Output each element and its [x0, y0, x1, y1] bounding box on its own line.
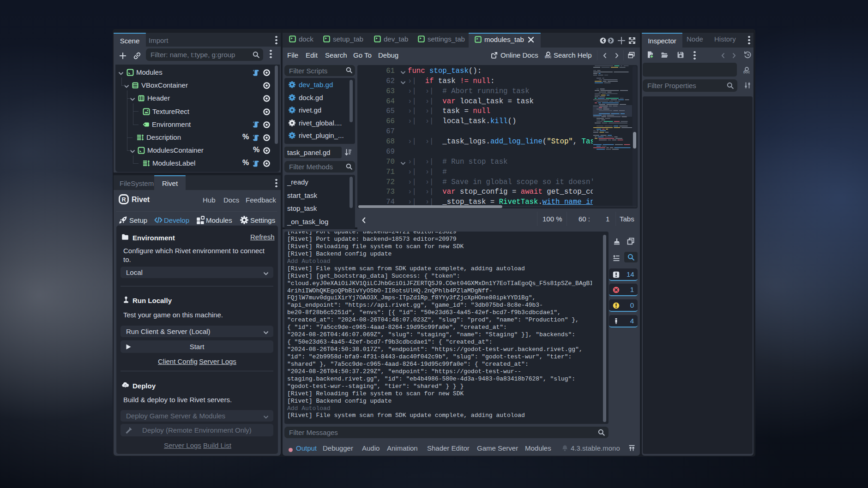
svg-text:DOC: DOC	[743, 71, 750, 74]
svg-text:DOC: DOC	[545, 55, 551, 59]
svg-text:R: R	[121, 196, 126, 203]
